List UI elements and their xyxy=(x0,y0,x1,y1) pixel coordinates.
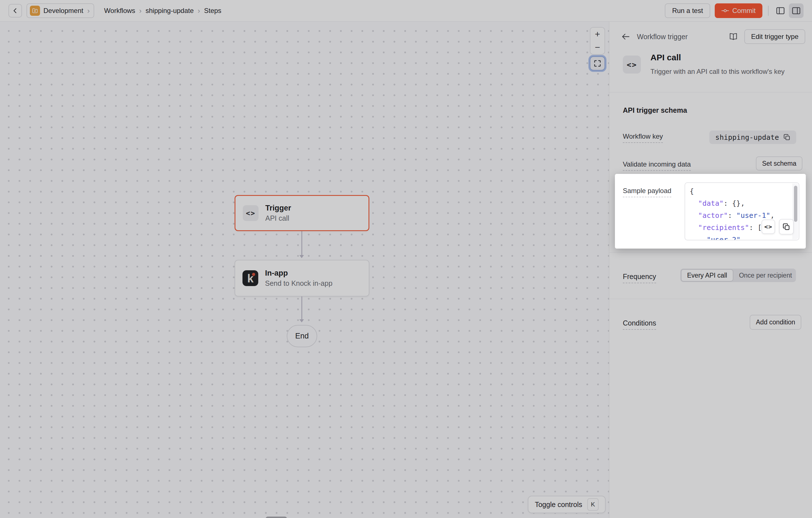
panel-header: Workflow trigger Edit trigger type xyxy=(609,29,812,44)
set-schema-button[interactable]: Set schema xyxy=(756,156,803,171)
add-condition-button[interactable]: Add condition xyxy=(750,315,801,330)
edit-trigger-type-button[interactable]: Edit trigger type xyxy=(744,29,805,44)
environment-name: Development xyxy=(44,7,83,14)
toggle-left-panel-button[interactable] xyxy=(774,4,787,17)
panel-divider xyxy=(609,252,812,252)
toggle-controls-button[interactable]: Toggle controls K xyxy=(528,496,606,513)
breadcrumb-workflows[interactable]: Workflows xyxy=(104,7,135,14)
zoom-in-button[interactable]: + xyxy=(590,28,605,41)
workflow-key-value: shipping-update xyxy=(715,133,779,142)
workflow-trigger-panel: Workflow trigger Edit trigger type <> AP… xyxy=(609,22,812,518)
breadcrumb-separator: › xyxy=(139,6,142,15)
commit-button[interactable]: Commit xyxy=(715,3,762,18)
chevron-right-separator: › xyxy=(87,6,90,15)
breadcrumb-steps: Steps xyxy=(204,7,221,14)
knock-logo-icon: k xyxy=(242,270,258,286)
copy-payload-button[interactable] xyxy=(779,219,794,235)
editor-scrollbar-thumb[interactable] xyxy=(794,186,798,222)
api-trigger-schema-heading: API trigger schema xyxy=(623,106,687,115)
sample-payload-label: Sample payload xyxy=(623,187,671,197)
trigger-node-text: Trigger API call xyxy=(265,204,291,222)
keyboard-shortcut-badge: K xyxy=(587,498,599,511)
back-button[interactable] xyxy=(8,4,22,18)
copy-icon xyxy=(783,223,790,231)
environment-switcher[interactable]: Development › xyxy=(27,3,94,18)
inapp-node-text: In-app Send to Knock in-app xyxy=(265,269,332,287)
panel-divider xyxy=(609,299,812,299)
panel-left-icon xyxy=(776,6,785,15)
end-node: End xyxy=(287,325,317,347)
validate-incoming-data-label: Validate incoming data xyxy=(623,160,691,171)
panel-divider xyxy=(609,92,812,92)
edge-arrowhead xyxy=(299,319,304,323)
panel-title: Workflow trigger xyxy=(637,33,688,41)
zoom-out-button[interactable]: − xyxy=(590,41,605,54)
workflow-canvas[interactable]: + − <> Trigger API call k In-app xyxy=(0,22,609,518)
breadcrumb-workflow-key[interactable]: shipping-update xyxy=(145,7,194,14)
api-call-icon: <> xyxy=(243,205,259,221)
panel-right-icon xyxy=(792,6,801,15)
frequency-segmented-control: Every API call Once per recipient xyxy=(680,269,796,282)
git-commit-icon xyxy=(722,8,729,13)
run-a-test-button[interactable]: Run a test xyxy=(665,3,710,18)
fit-view-button[interactable] xyxy=(590,56,605,70)
edit-code-button[interactable]: <> xyxy=(761,219,775,234)
edge-inapp-to-end xyxy=(301,297,302,319)
arrow-left-icon xyxy=(621,33,630,40)
workflow-key-label: Workflow key xyxy=(623,132,663,143)
commit-button-label: Commit xyxy=(732,7,756,14)
copy-icon[interactable] xyxy=(784,134,790,141)
environment-folder-icon xyxy=(30,6,40,16)
top-bar: Development › . Workflows › shipping-upd… xyxy=(0,0,812,22)
zoom-pill: + − xyxy=(590,27,605,55)
chevron-left-icon xyxy=(12,8,18,14)
inapp-node-subtitle: Send to Knock in-app xyxy=(265,279,332,287)
breadcrumb-separator: › xyxy=(198,6,200,15)
knock-logo-dot xyxy=(252,273,255,276)
trigger-type-title: API call xyxy=(650,53,681,62)
canvas-zoom-controls: + − xyxy=(590,27,605,70)
edge-trigger-to-inapp xyxy=(301,231,302,255)
workflow-key-chip: shipping-update xyxy=(709,130,796,144)
trigger-node[interactable]: <> Trigger API call xyxy=(235,195,369,231)
topbar-divider xyxy=(768,6,768,16)
inapp-node-title: In-app xyxy=(265,269,332,278)
panel-back-button[interactable] xyxy=(620,32,631,42)
conditions-label: Conditions xyxy=(623,319,656,330)
trigger-node-subtitle: API call xyxy=(265,214,291,222)
frequency-option-every-api-call[interactable]: Every API call xyxy=(681,269,733,281)
api-call-icon: <> xyxy=(623,56,641,73)
inapp-step-node[interactable]: k In-app Send to Knock in-app xyxy=(235,260,369,297)
toggle-right-panel-button[interactable] xyxy=(789,3,804,18)
docs-book-icon[interactable] xyxy=(729,33,737,40)
trigger-node-title: Trigger xyxy=(265,204,291,213)
toggle-controls-label: Toggle controls xyxy=(535,500,582,509)
partially-visible-toolbar xyxy=(266,517,287,518)
edge-arrowhead xyxy=(299,255,304,258)
trigger-type-description: Trigger with an API call to this workflo… xyxy=(650,68,785,75)
fit-view-icon xyxy=(594,60,601,67)
frequency-option-once-per-recipient[interactable]: Once per recipient xyxy=(733,269,798,281)
frequency-label: Frequency xyxy=(623,273,656,283)
